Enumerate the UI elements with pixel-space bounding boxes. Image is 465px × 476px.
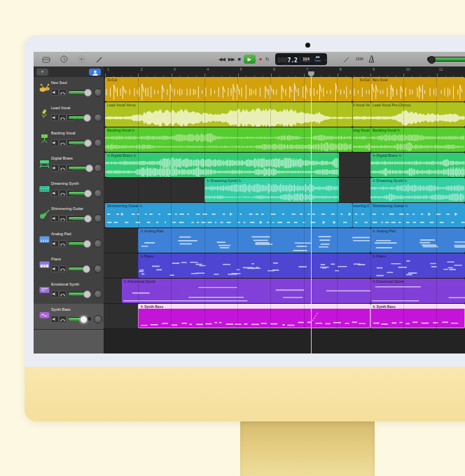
pan-knob[interactable] <box>94 290 102 298</box>
mute-button[interactable] <box>51 290 59 298</box>
timeline-region-digital-brass[interactable]: ↻ Digital Brass ↻ <box>105 153 339 177</box>
track-header-shimmering-guitar[interactable]: Shimmering Guitar <box>34 203 104 229</box>
volume-knob[interactable] <box>85 164 93 172</box>
mute-button[interactable] <box>51 240 59 247</box>
timeline-region-lead-vocal[interactable]: Lead Vocal Pre-Chorus <box>370 102 465 127</box>
timeline-region-neo-soul[interactable]: SoCal <box>105 77 352 102</box>
timeline-region-analog-pad[interactable]: ↻ Analog Pad <box>138 228 370 253</box>
record-button[interactable]: ● <box>259 57 262 62</box>
master-volume-knob[interactable] <box>428 56 436 64</box>
track-header-piano[interactable]: Piano <box>34 253 104 279</box>
solo-button[interactable] <box>59 114 67 121</box>
volume-knob[interactable] <box>83 290 91 298</box>
timeline-region-shimmering-guitar[interactable]: Shimmering G <box>352 203 371 227</box>
volume-slider[interactable] <box>69 141 91 144</box>
volume-slider[interactable] <box>69 115 91 119</box>
track-header-dreaming-synth[interactable]: Dreaming Synth <box>34 178 104 204</box>
pencil-icon[interactable] <box>95 55 103 64</box>
library-icon[interactable] <box>42 55 50 64</box>
mute-button[interactable] <box>51 164 59 172</box>
solo-button[interactable] <box>59 316 67 323</box>
track-header-lead-vocal[interactable]: Lead Vocal <box>34 102 104 128</box>
timeline-region-neo-soul[interactable]: SoCal <box>352 77 371 102</box>
solo-button[interactable] <box>59 190 67 197</box>
timeline-region-backing-vocal[interactable]: Backing Vocal <box>352 127 371 152</box>
track-header-neo-soul[interactable]: Neo Soul <box>34 77 104 103</box>
track-header-synth-bass[interactable]: Synth Bass <box>34 304 104 330</box>
timeline-ruler[interactable]: 1234567891011 <box>104 66 465 78</box>
timeline-region-shimmering-guitar[interactable]: Shimmering Guitar ↻ <box>105 203 352 227</box>
track-header-analog-pad[interactable]: Analog Pad <box>34 228 104 254</box>
timeline-region-backing-vocal[interactable]: Backing Vocal ↻ <box>370 127 465 152</box>
clock-icon[interactable] <box>60 55 68 64</box>
volume-knob[interactable] <box>84 89 92 97</box>
timeline-region-backing-vocal[interactable]: Backing Vocal ↻ <box>105 127 352 152</box>
brightness-icon[interactable] <box>77 55 85 64</box>
solo-button[interactable] <box>59 265 67 272</box>
timeline-region-synth-bass[interactable]: ↻ Synth Bass <box>138 304 370 328</box>
volume-slider[interactable] <box>69 241 91 245</box>
timeline-region-piano[interactable]: ↻ Piano <box>370 253 465 278</box>
timeline-region-piano[interactable]: ↻ Piano <box>138 253 370 278</box>
mute-button[interactable] <box>51 265 59 272</box>
solo-button[interactable] <box>59 240 67 247</box>
volume-knob[interactable] <box>84 190 92 197</box>
edit-pencil-icon[interactable] <box>342 52 350 66</box>
volume-slider[interactable] <box>69 317 91 321</box>
pan-knob[interactable] <box>94 88 102 97</box>
volume-slider[interactable] <box>69 292 91 295</box>
pan-knob[interactable] <box>94 139 102 147</box>
pan-knob[interactable] <box>94 239 102 248</box>
timeline-region-emotional-synth[interactable]: ↻ Emotional Synth <box>370 279 465 303</box>
chevron-down-icon[interactable]: ⌄ <box>324 57 327 62</box>
solo-button[interactable] <box>59 290 67 298</box>
solo-button[interactable] <box>59 164 67 172</box>
rewind-button[interactable]: ◀◀ <box>218 57 225 62</box>
count-in-button[interactable]: 1234 <box>356 52 363 66</box>
mute-button[interactable] <box>51 139 59 146</box>
volume-slider[interactable] <box>69 191 91 195</box>
volume-knob[interactable] <box>83 114 91 122</box>
track-header-toggle-button[interactable] <box>89 69 101 76</box>
timeline-region-shimmering-guitar[interactable]: Shimmering Guitar ↻ <box>370 203 465 227</box>
timeline-region-lead-vocal[interactable]: Lead Vocal Verse <box>105 102 352 127</box>
volume-slider[interactable] <box>69 166 91 169</box>
mute-button[interactable] <box>51 190 59 197</box>
mute-button[interactable] <box>51 215 59 222</box>
volume-slider[interactable] <box>69 216 91 220</box>
add-track-button[interactable]: + <box>36 69 48 76</box>
timeline-region-analog-pad[interactable]: ↻ Analog Pad <box>370 228 465 253</box>
track-header-backing-vocal[interactable]: Backing Vocal <box>34 127 104 153</box>
timeline-region-emotional-synth[interactable]: ↻ Emotional Synth <box>122 279 370 303</box>
track-header-emotional-synth[interactable]: Emotional Synth <box>34 279 104 304</box>
volume-slider[interactable] <box>69 267 91 270</box>
solo-button[interactable] <box>59 215 67 222</box>
forward-button[interactable]: ▶▶ <box>228 57 235 62</box>
mute-button[interactable] <box>51 89 59 96</box>
pan-knob[interactable] <box>94 315 102 323</box>
solo-button[interactable] <box>59 89 67 96</box>
stop-button[interactable]: ■ <box>238 57 240 62</box>
timeline-region-dreaming-synth[interactable]: ↻ Dreaming Synth ↻ <box>204 178 339 202</box>
pan-knob[interactable] <box>94 265 102 273</box>
master-volume-slider[interactable] <box>427 57 465 62</box>
volume-knob[interactable] <box>83 265 90 273</box>
timeline-region-neo-soul[interactable]: Neo Soul <box>370 77 465 102</box>
timeline-region-lead-vocal[interactable]: Lead Vocal Ve <box>352 102 371 127</box>
mute-button[interactable] <box>51 114 59 121</box>
mute-button[interactable] <box>51 316 59 323</box>
volume-knob[interactable] <box>84 139 92 147</box>
lcd-display[interactable]: 0007.2 BEATS 114 TEMPO 4/4 Cmin ⌄ <box>275 53 327 65</box>
volume-knob[interactable] <box>83 240 91 248</box>
timeline-region-synth-bass[interactable]: ↻ Synth Bass <box>370 304 465 328</box>
volume-slider[interactable] <box>69 90 91 94</box>
metronome-button[interactable] <box>368 52 375 66</box>
track-header-digital-brass[interactable]: Digital Brass <box>34 153 104 178</box>
volume-knob[interactable] <box>84 215 92 223</box>
volume-knob[interactable] <box>80 316 88 323</box>
timeline-region-digital-brass[interactable]: ↻ Digital Brass ↻ <box>370 153 465 177</box>
cycle-button[interactable]: ↻ <box>265 57 269 62</box>
solo-button[interactable] <box>59 139 67 146</box>
pan-knob[interactable] <box>94 214 102 223</box>
pan-knob[interactable] <box>94 113 102 122</box>
